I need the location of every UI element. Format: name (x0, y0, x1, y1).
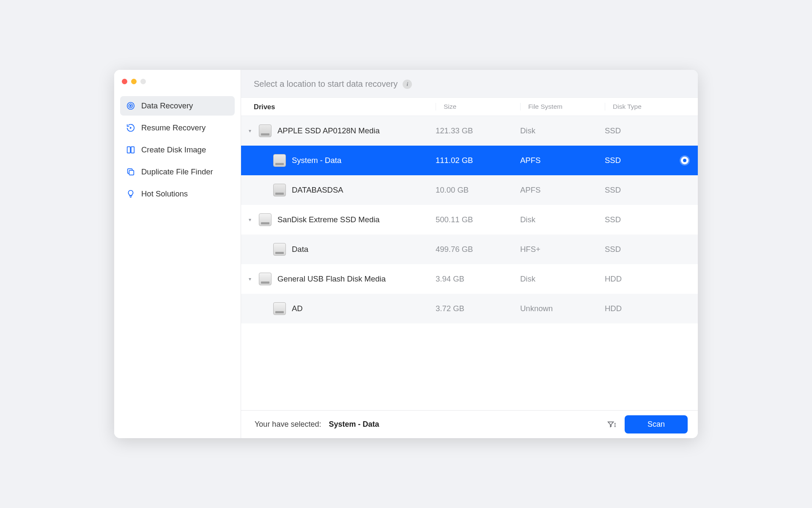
chevron-down-icon[interactable]: ▾ (247, 276, 253, 282)
sidebar-item-create-disk-image[interactable]: Create Disk Image (120, 140, 235, 160)
svg-rect-4 (131, 147, 134, 153)
chevron-down-icon[interactable]: ▾ (247, 217, 253, 223)
main-panel: Select a location to start data recovery… (241, 70, 698, 438)
sidebar-item-label: Hot Solutions (141, 189, 188, 199)
drive-size: 500.11 GB (436, 215, 520, 224)
drive-size: 499.76 GB (436, 245, 520, 254)
drive-name: DATABASDSA (292, 185, 343, 195)
drive-name: System - Data (292, 156, 341, 165)
selected-label: Your have selected: (255, 420, 321, 429)
duplicate-icon (126, 167, 135, 177)
drive-filesystem: APFS (520, 156, 605, 165)
minimize-icon[interactable] (131, 79, 137, 84)
drive-type: SSD (605, 185, 621, 195)
selected-radio-icon (681, 157, 689, 164)
info-icon[interactable]: i (403, 80, 412, 89)
drive-size: 111.02 GB (436, 156, 520, 165)
scan-button[interactable]: Scan (625, 415, 688, 433)
header: Select a location to start data recovery… (241, 70, 698, 97)
drive-name: Data (292, 245, 308, 254)
target-icon (126, 101, 135, 110)
drive-row[interactable]: DATABASDSA10.00 GBAPFSSSD (241, 175, 698, 205)
page-title: Select a location to start data recovery (254, 79, 398, 89)
bulb-icon (126, 189, 135, 199)
sidebar-item-data-recovery[interactable]: Data Recovery (120, 96, 235, 116)
window-controls (120, 77, 235, 96)
sidebar: Data RecoveryResume RecoveryCreate Disk … (114, 70, 241, 438)
drive-icon (259, 213, 272, 226)
drive-icon (259, 124, 272, 137)
drive-row[interactable]: AD3.72 GBUnknownHDD (241, 294, 698, 323)
drive-type: SSD (605, 156, 621, 165)
drive-filesystem: HFS+ (520, 245, 605, 254)
drive-name: AD (292, 304, 303, 313)
selected-value: System - Data (329, 420, 379, 429)
drive-filesystem: Disk (520, 215, 605, 224)
close-icon[interactable] (122, 79, 127, 84)
drive-type: HDD (605, 274, 622, 284)
chevron-down-icon[interactable]: ▾ (247, 128, 253, 134)
drive-icon (259, 273, 272, 285)
svg-rect-5 (129, 170, 134, 175)
svg-point-2 (130, 105, 132, 107)
drive-icon (273, 154, 286, 167)
sidebar-item-label: Duplicate File Finder (141, 167, 213, 177)
drive-filesystem: APFS (520, 185, 605, 195)
drive-type: HDD (605, 304, 622, 313)
filter-icon (607, 420, 616, 429)
drive-row[interactable]: ▾General USB Flash Disk Media3.94 GBDisk… (241, 264, 698, 294)
sidebar-nav: Data RecoveryResume RecoveryCreate Disk … (120, 96, 235, 206)
drive-filesystem: Unknown (520, 304, 605, 313)
maximize-icon[interactable] (140, 79, 146, 84)
drive-type: SSD (605, 245, 621, 254)
drive-name: General USB Flash Disk Media (277, 274, 386, 284)
sidebar-item-label: Create Disk Image (141, 145, 206, 155)
drive-size: 3.94 GB (436, 274, 520, 284)
drive-type: SSD (605, 126, 621, 135)
drive-type: SSD (605, 215, 621, 224)
column-header-disktype: Disk Type (605, 103, 698, 110)
drive-row[interactable]: System - Data111.02 GBAPFSSSD (241, 146, 698, 175)
sidebar-item-label: Data Recovery (141, 101, 193, 110)
column-header-size: Size (436, 103, 520, 110)
column-header-row: Drives Size File System Disk Type (241, 97, 698, 116)
filter-button[interactable] (606, 419, 617, 430)
drive-size: 10.00 GB (436, 185, 520, 195)
drive-icon (273, 184, 286, 196)
resume-icon (126, 123, 135, 133)
sidebar-item-duplicate-file-finder[interactable]: Duplicate File Finder (120, 162, 235, 182)
footer: Your have selected: System - Data Scan (241, 410, 698, 438)
sidebar-item-resume-recovery[interactable]: Resume Recovery (120, 118, 235, 138)
drive-size: 3.72 GB (436, 304, 520, 313)
drive-size: 121.33 GB (436, 126, 520, 135)
sidebar-item-hot-solutions[interactable]: Hot Solutions (120, 184, 235, 204)
drive-row[interactable]: ▾SanDisk Extreme SSD Media500.11 GBDiskS… (241, 205, 698, 235)
drive-icon (273, 243, 286, 256)
svg-rect-3 (127, 147, 130, 153)
drive-name: APPLE SSD AP0128N Media (277, 126, 380, 135)
sidebar-item-label: Resume Recovery (141, 123, 206, 133)
drive-filesystem: Disk (520, 274, 605, 284)
drive-filesystem: Disk (520, 126, 605, 135)
drive-row[interactable]: ▾APPLE SSD AP0128N Media121.33 GBDiskSSD (241, 116, 698, 146)
drive-row[interactable]: Data499.76 GBHFS+SSD (241, 235, 698, 264)
diskimage-icon (126, 145, 135, 155)
drive-list: ▾APPLE SSD AP0128N Media121.33 GBDiskSSD… (241, 116, 698, 410)
drive-name: SanDisk Extreme SSD Media (277, 215, 380, 224)
drive-icon (273, 302, 286, 315)
column-header-drives: Drives (241, 103, 436, 111)
column-header-filesystem: File System (520, 103, 605, 110)
app-window: Data RecoveryResume RecoveryCreate Disk … (114, 70, 698, 438)
